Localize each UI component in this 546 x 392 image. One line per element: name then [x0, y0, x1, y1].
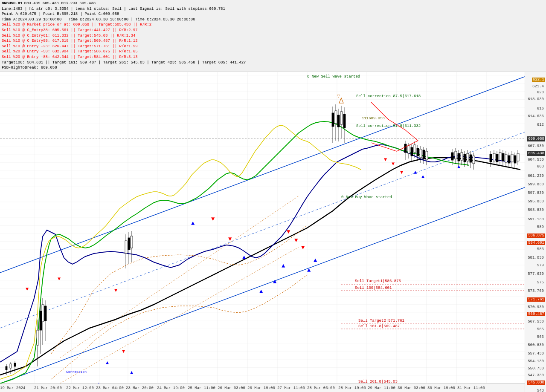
svg-text:▽: ▽ — [337, 94, 340, 98]
svg-rect-33 — [10, 364, 12, 368]
svg-text:▲: ▲ — [191, 220, 195, 227]
time-label-15: 31 Mar 11:00 — [457, 386, 485, 390]
svg-text:▼: ▼ — [301, 244, 305, 251]
svg-rect-75 — [426, 151, 428, 160]
price-571: 571.761 — [527, 297, 545, 302]
time-label-9: 27 Mar 11:00 — [277, 386, 305, 390]
fsb-info: FSB-HighToBreak: 609.058 — [2, 65, 57, 71]
targets-info: Target100: 584.601 || Target 161: 569.48… — [2, 60, 246, 66]
price-599: 599.830 — [528, 182, 545, 187]
time-label-6: 25 Mar 11:00 — [188, 386, 215, 390]
svg-text:▼: ▼ — [287, 228, 290, 235]
price-579: 579 — [537, 263, 545, 268]
svg-rect-81 — [458, 153, 460, 161]
time-label-5: 24 Mar 19:00 — [157, 386, 185, 390]
points-info: Point A:620.675 | Point B:595.218 | Poin… — [2, 12, 119, 17]
svg-text:▲: ▲ — [106, 360, 109, 366]
header-line-6: Sell %10 @ C_Entry38: 605.561 || Target:… — [2, 28, 544, 33]
svg-text:▼: ▼ — [114, 288, 118, 294]
svg-rect-107 — [511, 154, 513, 162]
svg-rect-79 — [455, 151, 457, 159]
svg-text:▲: ▲ — [273, 278, 277, 285]
svg-text:Sell correction 87.5|617.618: Sell correction 87.5|617.618 — [356, 94, 421, 98]
price-593: 593.830 — [528, 208, 545, 212]
svg-text:▲: ▲ — [314, 257, 317, 264]
svg-rect-49 — [131, 236, 133, 248]
chart-header: BNBUSD.H1 603.435 605.438 603.293 605.43… — [0, 0, 546, 72]
svg-rect-43 — [44, 306, 46, 321]
price-570: 570.930 — [528, 305, 545, 309]
price-607: 607.930 — [528, 144, 545, 148]
svg-text:Sell 100|584.601: Sell 100|584.601 — [355, 286, 392, 290]
svg-rect-65 — [411, 147, 413, 156]
svg-text:Correction: Correction — [66, 370, 87, 374]
svg-rect-47 — [128, 238, 130, 250]
price-575: 575 — [537, 280, 545, 285]
header-line-13: FSB-HighToBreak: 609.058 — [2, 65, 544, 71]
price-618: 618.030 — [528, 97, 545, 101]
svg-text:▼: ▼ — [211, 216, 215, 222]
svg-text:0 New Sell wave started: 0 New Sell wave started — [307, 75, 360, 79]
svg-rect-39 — [40, 311, 42, 330]
svg-text:Sell Target1|586.875: Sell Target1|586.875 — [355, 279, 401, 283]
svg-rect-45 — [125, 241, 127, 254]
svg-rect-101 — [502, 153, 504, 161]
svg-rect-51 — [332, 113, 334, 127]
price-550: 550.730 — [528, 366, 545, 371]
header-line-5: Sell %20 @ Market price or at: 609.058 |… — [2, 22, 544, 28]
time-label-1: 21 Mar 20:00 — [34, 386, 62, 390]
price-591: 591.130 — [528, 217, 545, 222]
price-543: 543 — [537, 389, 545, 392]
svg-text:▼: ▼ — [122, 349, 125, 355]
price-595: 595.830 — [528, 199, 545, 204]
price-573: 573.760 — [528, 289, 545, 293]
sell-signal-7: Sell %20 @ Entry -88: 642.344 || Target:… — [2, 55, 138, 60]
time-label-12: 29 Mar 11:00 — [368, 386, 395, 390]
svg-rect-37 — [37, 330, 39, 345]
price-616: 616 — [537, 107, 545, 111]
price-584: 584.601 — [527, 241, 545, 245]
svg-text:0 New Buy Wave started: 0 New Buy Wave started — [341, 195, 392, 199]
time-label-14: 30 Mar 19:00 — [427, 386, 455, 390]
header-line-10: Sell %20 @ Entry -50: 632.904 || Target:… — [2, 49, 544, 55]
svg-text:▼: ▼ — [26, 286, 29, 292]
svg-rect-91 — [473, 156, 475, 164]
svg-text:▲: ▲ — [414, 170, 417, 176]
svg-text:▼: ▼ — [228, 236, 232, 242]
time-info: Time A:2024.03.29 16:00:00 | Time B:2024… — [2, 17, 195, 23]
svg-rect-111 — [517, 153, 519, 161]
header-line-9: Sell %10 @ Entry -23: 626.447 || Target:… — [2, 44, 544, 49]
svg-text:▲: ▲ — [130, 370, 134, 376]
svg-rect-53 — [335, 111, 337, 124]
price-601: 601.230 — [528, 174, 545, 178]
price-587: 586.875 — [527, 233, 545, 238]
price-605: 605.438 — [527, 151, 545, 156]
price-577: 577.630 — [528, 272, 545, 276]
header-line-2: Line:1483 | h1_atr_c0: 3.3354 | tema_h1_… — [2, 6, 544, 12]
price-614: 614.636 — [528, 114, 545, 118]
indicator-info: Line:1483 | h1_atr_c0: 3.3354 | tema_h1_… — [2, 6, 225, 12]
svg-rect-57 — [340, 112, 343, 124]
time-label-11: 28 Mar 19:00 — [338, 386, 366, 390]
sell-signal-3: Sell %10 @ C_Entry61: 611.332 || Target:… — [2, 33, 135, 39]
svg-rect-59 — [343, 114, 346, 128]
chart-svg: ▼ ▼ ▼ ▼ ▼ ▼ ▼ ▼ ▼ ▲ ▲ ▲ ▲ ▲ ▲ ▲ ▲ ▲ ▲ ▲ … — [0, 68, 525, 383]
sell-signal-1: Sell %20 @ Market price or at: 609.058 |… — [2, 22, 151, 28]
svg-rect-83 — [461, 153, 463, 160]
time-label-7: 26 Mar 03:00 — [218, 386, 245, 390]
header-line-7: Sell %10 @ C_Entry61: 611.332 || Target:… — [2, 33, 544, 39]
price-612: 612 — [537, 123, 545, 127]
svg-text:Sell 261.8|545.03: Sell 261.8|545.03 — [358, 380, 398, 383]
header-line-8: Sell %10 @ C_Entry88: 617.618 || Target:… — [2, 38, 544, 44]
svg-rect-77 — [451, 153, 453, 160]
price-560: 560.830 — [528, 343, 545, 347]
price-565: 565 — [537, 327, 545, 331]
svg-rect-67 — [414, 145, 416, 153]
price-621: 621.4 — [532, 84, 545, 89]
svg-rect-61 — [404, 144, 407, 153]
time-label-3: 23 Mar 04:00 — [96, 386, 124, 390]
svg-rect-63 — [408, 146, 410, 153]
price-603: 603 — [537, 164, 545, 169]
sell-signal-2: Sell %10 @ C_Entry38: 605.561 || Target:… — [2, 28, 138, 33]
svg-text:▼: ▼ — [392, 161, 395, 167]
